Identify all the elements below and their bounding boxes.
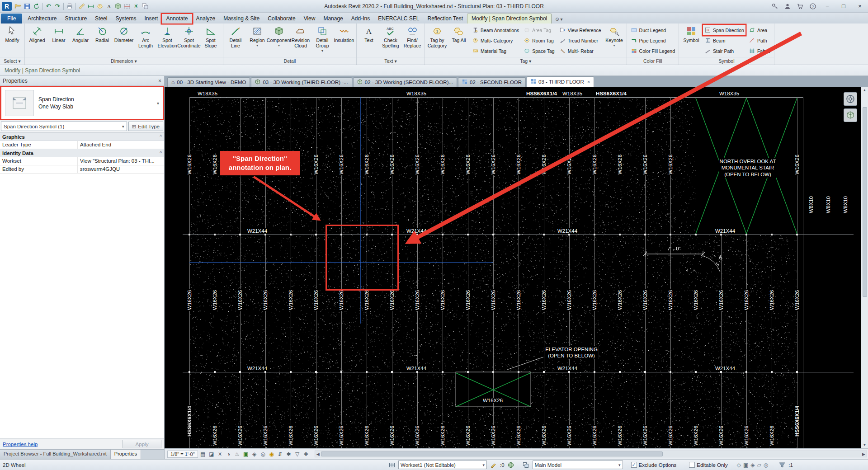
beam-label[interactable]: W16X26	[769, 425, 774, 446]
overlook-note[interactable]: NORTH OVERLOOK ATMONUMENTAL STAIR(OPEN T…	[719, 158, 777, 178]
button-find-replace[interactable]: Find/ Replace	[401, 24, 423, 56]
selection-filter-icon[interactable]	[778, 461, 786, 469]
beam-label[interactable]: W16X26	[465, 154, 471, 175]
beam-label[interactable]: W16X26	[642, 425, 648, 446]
ribbon-tab-analyze[interactable]: Analyze	[192, 14, 220, 24]
panel-label-tag[interactable]: Tag ▾	[425, 57, 627, 65]
ribbon-tab-steel[interactable]: Steel	[91, 14, 111, 24]
ribbon-tab-systems[interactable]: Systems	[111, 14, 140, 24]
button-multi-rebar[interactable]: Multi- Rebar	[558, 46, 603, 56]
shadows-icon[interactable]: ◑	[225, 450, 233, 458]
select-by-face-icon[interactable]: ▱	[757, 462, 761, 468]
beam-label[interactable]: W16X26	[187, 154, 192, 175]
reveal-hidden-icon[interactable]: ◉	[268, 450, 276, 458]
tag1-icon[interactable]: 1	[95, 2, 104, 11]
ribbon-tab-insert[interactable]: Insert	[140, 14, 162, 24]
editable-only-checkbox[interactable]: Editable Only	[689, 462, 727, 468]
active-workset-select[interactable]: Workset1 (Not Editable)▾	[398, 461, 487, 469]
select-underlay-icon[interactable]: ▣	[743, 462, 748, 468]
button-tread-number[interactable]: 1Tread Number	[558, 35, 603, 46]
button-detail-group[interactable]: Detail Group▾	[311, 24, 333, 56]
beam-label[interactable]: W16X26	[668, 154, 673, 175]
button-aligned[interactable]: Aligned	[26, 24, 48, 56]
panel-label-symbol[interactable]: Symbol	[679, 57, 774, 65]
view-tab-03-3d-working-third-floor[interactable]: 03 - 3D Working (THIRD FLOOR) -...	[251, 77, 352, 87]
beam-label[interactable]: W16X26	[339, 425, 344, 446]
beam-label[interactable]: W8X10	[826, 195, 831, 214]
type-selector-arrow-icon[interactable]: ▾	[157, 101, 159, 106]
view-cube-icon[interactable]	[844, 108, 857, 122]
beam-label[interactable]: W16X26	[212, 425, 217, 446]
button-insulation[interactable]: Insulation	[333, 24, 355, 56]
key-icon[interactable]	[770, 2, 779, 11]
beam-label[interactable]: W16X26	[668, 425, 673, 446]
beam-label[interactable]: W16X26	[187, 289, 192, 311]
beam-label[interactable]: HSS6X6X1/4	[594, 91, 628, 96]
ribbon-tab-enercalc-sel[interactable]: ENERCALC SEL	[374, 14, 423, 24]
beam-label[interactable]: W16X26	[313, 289, 319, 311]
beam-label[interactable]: W8X10	[843, 195, 848, 214]
beam-label[interactable]: W21X44	[714, 228, 736, 234]
beam-label[interactable]: W16X26	[288, 425, 293, 446]
ribbon-display-toggle-icon[interactable]: ⊙ ▾	[553, 15, 564, 24]
beam-label[interactable]: W16X26	[744, 425, 749, 446]
tab-project-browser[interactable]: Project Browser - Full Building_Workshar…	[0, 450, 111, 459]
switch-icon[interactable]	[141, 2, 150, 11]
view-tab-00-3d-starting-view-demo[interactable]: ⌂00 - 3D Starting View - DEMO	[167, 77, 250, 87]
section-icon[interactable]	[123, 2, 132, 11]
panel-label-detail[interactable]: Detail	[223, 57, 356, 65]
button-diameter[interactable]: Diameter	[113, 24, 135, 56]
vertical-scrollbar[interactable]: ▲ ▼	[861, 87, 868, 448]
property-row-leader-type[interactable]: Leader TypeAttached End	[0, 141, 164, 149]
open-icon[interactable]	[14, 2, 23, 11]
button-stair-path[interactable]: Stair Path	[703, 46, 745, 56]
ribbon-tab-file[interactable]: File	[1, 14, 22, 24]
beam-label[interactable]: W16X26	[237, 289, 243, 311]
button-pipe-legend[interactable]: Pipe Legend	[629, 35, 676, 46]
horizontal-scroll-thumb[interactable]	[321, 451, 663, 456]
ribbon-tab-structure[interactable]: Structure	[61, 14, 91, 24]
steering-wheel-icon[interactable]	[844, 92, 857, 106]
sun-path-icon[interactable]: ☀	[216, 450, 224, 458]
beam-label[interactable]: W16X26	[339, 154, 344, 175]
beam-label[interactable]: W8X10	[808, 195, 814, 214]
beam-label[interactable]: W16X26	[516, 289, 521, 311]
beam-label[interactable]: W16X26	[718, 425, 724, 446]
beam-label[interactable]: W16X26	[389, 154, 395, 175]
detail-level-icon[interactable]: ▤	[199, 450, 207, 458]
scroll-down-icon[interactable]: ▼	[863, 442, 867, 448]
button-duct-legend[interactable]: Duct Legend	[629, 25, 676, 35]
beam-label[interactable]: W16X26	[313, 425, 319, 446]
minimize-button[interactable]: −	[821, 1, 834, 11]
beam-label[interactable]: W16X26	[339, 289, 344, 311]
scroll-left-icon[interactable]: ◀	[315, 452, 321, 456]
section-identity-data[interactable]: Identity Data^	[0, 149, 164, 157]
beam-label[interactable]: W16X26	[693, 425, 698, 446]
beam-label[interactable]: W16X26	[566, 425, 572, 446]
beam-label[interactable]: W16X26	[288, 289, 293, 311]
horizontal-scrollbar[interactable]: ◀ ▶	[315, 451, 867, 457]
ribbon-tab-reflection-test[interactable]: Reflection Test	[424, 14, 467, 24]
beam-label[interactable]: W16X26	[718, 289, 724, 311]
sun-icon[interactable]: ☀	[132, 2, 141, 11]
button-space-tag[interactable]: Space Tag	[522, 46, 556, 56]
beam-label[interactable]: W18X35	[561, 91, 584, 96]
button-angular[interactable]: Angular	[70, 24, 91, 56]
visual-style-icon[interactable]: ◪	[208, 450, 216, 458]
button-keynote[interactable]: Keynote▾	[604, 24, 625, 56]
beam-label[interactable]: W16X26	[465, 289, 471, 311]
beam-label[interactable]: W18X35	[718, 91, 741, 96]
beam-label[interactable]: W16X26	[592, 425, 597, 446]
beam-label[interactable]: W16X26	[769, 289, 774, 311]
beam-label[interactable]: W16X26	[794, 289, 800, 311]
render-dialog-icon[interactable]: ♨	[233, 450, 241, 458]
button-check-spelling[interactable]: ABCCheck Spelling	[380, 24, 401, 56]
ribbon-tab-collaborate[interactable]: Collaborate	[264, 14, 299, 24]
button-linear[interactable]: Linear	[48, 24, 70, 56]
beam-label[interactable]: HSS6X6X1/4	[187, 405, 192, 437]
temporary-hide-icon[interactable]: ◎	[259, 450, 267, 458]
beam-label[interactable]: W16X26	[313, 154, 319, 175]
select-links-icon[interactable]: ◇	[737, 462, 741, 468]
drawing-area[interactable]: W16X26W16X26W16X26W16X26W16X26W16X26W16X…	[165, 87, 868, 448]
view-tab-02-3d-working-second-floor[interactable]: 02 - 3D Working (SECOND FLOOR)...	[353, 77, 457, 87]
